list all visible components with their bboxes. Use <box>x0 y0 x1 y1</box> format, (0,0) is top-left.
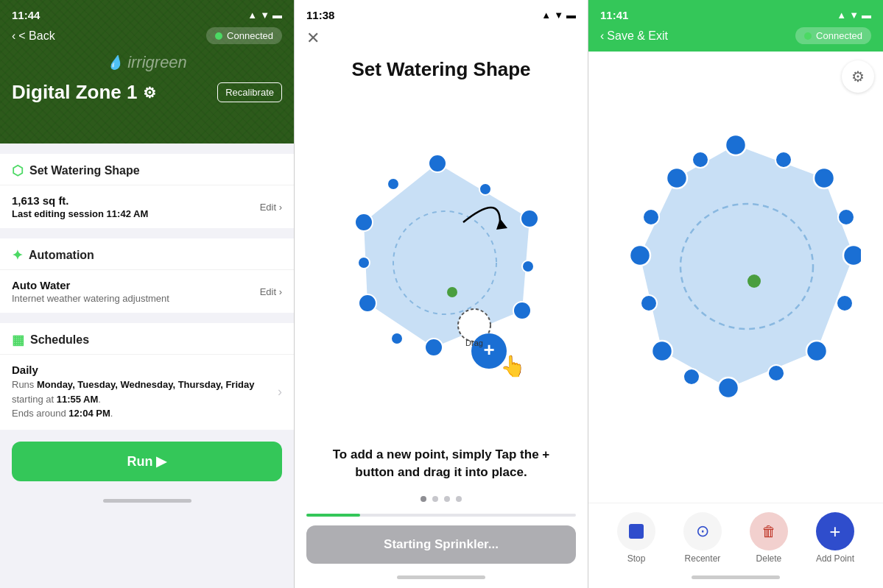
screen2-watering-shape: 11:38 ▲ ▼ ▬ ✕ Set Watering Shape <box>295 0 588 588</box>
delete-button-circle[interactable]: 🗑 <box>750 512 788 550</box>
home-indicator-1 <box>103 499 191 503</box>
svg-point-31 <box>775 152 792 168</box>
run-button[interactable]: Run ▶ <box>12 442 282 481</box>
stop-tool[interactable]: Stop <box>617 512 655 564</box>
signal-icon-2: ▲ <box>541 10 551 21</box>
svg-point-28 <box>652 341 672 361</box>
svg-point-34 <box>768 365 784 381</box>
svg-point-39 <box>747 274 761 288</box>
shape-canvas-2: + 👆 Drag <box>295 93 588 440</box>
signal-icon-3: ▲ <box>837 10 846 21</box>
progress-fill <box>306 514 360 517</box>
wifi-icon-2: ▼ <box>554 10 563 21</box>
time-2: 11:38 <box>306 9 334 21</box>
zone-name: Digital Zone 1 <box>12 81 137 104</box>
progress-track <box>306 514 576 517</box>
watering-shape-title: Set Watering Shape <box>29 164 140 177</box>
svg-point-6 <box>359 294 376 312</box>
svg-point-26 <box>806 341 827 361</box>
recenter-tool[interactable]: ⊙ Recenter <box>683 512 722 564</box>
settings-button[interactable]: ⚙ <box>842 60 874 93</box>
svg-point-11 <box>391 333 403 344</box>
recenter-button-circle[interactable]: ⊙ <box>683 512 722 550</box>
schedules-title: Schedules <box>30 333 89 347</box>
connected-dot-1 <box>215 32 222 40</box>
svg-point-27 <box>718 378 739 398</box>
svg-point-25 <box>843 245 861 266</box>
s2-page-title: Set Watering Shape <box>295 52 588 93</box>
zone-title: Digital Zone 1 ⚙ <box>12 81 156 104</box>
watering-shape-edit-btn[interactable]: Edit › <box>260 202 282 213</box>
svg-point-33 <box>837 295 853 311</box>
svg-point-9 <box>522 261 534 272</box>
close-button[interactable]: ✕ <box>306 30 320 46</box>
shape-svg-2[interactable]: + 👆 Drag <box>323 149 559 384</box>
status-icons-2: ▲ ▼ ▬ <box>541 9 576 21</box>
add-point-tool[interactable]: + Add Point <box>816 512 854 564</box>
auto-water-row[interactable]: Auto Water Internet weather watering adj… <box>0 269 294 313</box>
battery-icon-2: ▬ <box>566 10 576 21</box>
svg-point-38 <box>692 152 708 168</box>
automation-section: ✦ Automation Auto Water Internet weather… <box>0 238 294 313</box>
status-bar-1: 11:44 ▲ ▼ ▬ <box>0 0 294 24</box>
back-button[interactable]: ‹ < Back <box>12 29 55 43</box>
dot-1 <box>421 496 426 502</box>
svg-text:👆: 👆 <box>500 354 526 378</box>
svg-point-32 <box>838 209 854 225</box>
schedule-row[interactable]: Daily Runs Monday, Tuesday, Wednesday, T… <box>0 354 294 430</box>
zone-bar: Digital Zone 1 ⚙ Recalibrate <box>0 75 294 113</box>
svg-point-30 <box>666 168 687 188</box>
chevron-left-icon: ‹ <box>12 29 15 43</box>
header-area: 11:44 ▲ ▼ ▬ ‹ < Back Connected 💧 <box>0 0 294 144</box>
schedule-name: Daily <box>12 364 278 376</box>
battery-icon-3: ▬ <box>862 10 871 21</box>
screen1-body: ⬡ Set Watering Shape 1,613 sq ft. Last e… <box>0 144 294 588</box>
runs-label: Runs <box>12 379 34 390</box>
schedule-info: Daily Runs Monday, Tuesday, Wednesday, T… <box>12 364 278 421</box>
delete-tool[interactable]: 🗑 Delete <box>750 512 788 564</box>
svg-point-3 <box>521 210 538 227</box>
auto-water-edit-btn[interactable]: Edit › <box>260 286 282 297</box>
save-exit-button[interactable]: ‹ Save & Exit <box>600 29 668 43</box>
last-edit-text: Last editing session 11:42 AM <box>12 208 260 219</box>
svg-point-29 <box>630 245 650 266</box>
home-indicator-2 <box>397 575 485 579</box>
stop-button-circle[interactable] <box>617 512 655 550</box>
shape-svg-3[interactable] <box>611 123 861 432</box>
watering-shape-section: ⬡ Set Watering Shape 1,613 sq ft. Last e… <box>0 154 294 228</box>
starting-sprinkler-button[interactable]: Starting Sprinkler... <box>306 525 576 564</box>
svg-point-2 <box>429 155 446 172</box>
end-time: 12:04 PM <box>68 408 110 419</box>
auto-water-sub: Internet weather watering adjustment <box>12 293 260 304</box>
status-icons-1: ▲ ▼ ▬ <box>247 9 282 21</box>
save-exit-label: Save & Exit <box>607 29 668 43</box>
connected-label-1: Connected <box>227 30 273 41</box>
battery-icon: ▬ <box>272 10 282 21</box>
back-label: < Back <box>18 29 54 43</box>
wifi-icon: ▼ <box>260 10 270 21</box>
shape-canvas-3 <box>588 52 883 503</box>
svg-point-36 <box>641 295 657 311</box>
home-indicator-3 <box>692 575 780 579</box>
starting-label: starting at <box>12 394 54 405</box>
watering-shape-row[interactable]: 1,613 sq ft. Last editing session 11:42 … <box>0 185 294 228</box>
schedules-header: ▦ Schedules <box>0 323 294 354</box>
shape-icon: ⬡ <box>12 163 24 179</box>
s2-nav-bar: ✕ <box>295 24 588 52</box>
svg-point-23 <box>725 135 746 155</box>
s3-nav-bar: ‹ Save & Exit Connected <box>588 24 883 52</box>
add-point-button-circle[interactable]: + <box>816 512 854 550</box>
add-point-label: Add Point <box>816 553 854 564</box>
dot-2 <box>432 496 438 502</box>
recenter-icon: ⊙ <box>696 522 709 541</box>
irrigreen-logo: 💧 irrigreen <box>0 50 294 75</box>
svg-point-37 <box>643 209 659 225</box>
connected-label-3: Connected <box>816 30 862 41</box>
gear-icon[interactable]: ⚙ <box>143 84 156 102</box>
svg-text:+: + <box>483 339 494 361</box>
dot-4 <box>456 496 462 502</box>
progress-bar-area <box>295 514 588 517</box>
svg-point-8 <box>479 183 491 195</box>
recalibrate-button[interactable]: Recalibrate <box>217 82 282 102</box>
instruction-text: To add a new point, simply Tap the + but… <box>295 440 588 493</box>
